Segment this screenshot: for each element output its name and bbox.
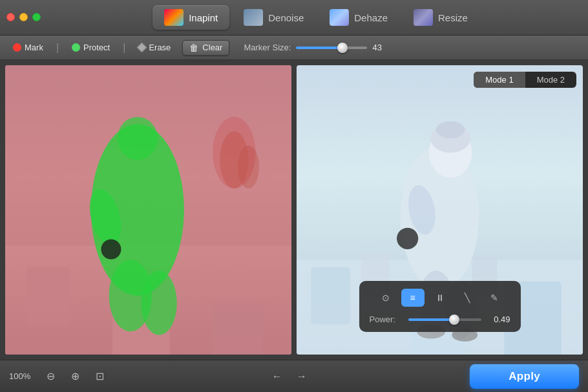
- mode2-label: Mode 2: [537, 75, 565, 85]
- erase-label: Erase: [149, 43, 171, 52]
- mark-label: Mark: [25, 43, 43, 52]
- svg-point-13: [141, 271, 176, 335]
- bottom-bar: 100% ⊖ ⊕ ⊡ ← → Apply: [0, 360, 588, 392]
- marker-size-label: Marker Size:: [244, 43, 291, 52]
- bottom-left: 100% ⊖ ⊕ ⊡: [9, 367, 109, 386]
- left-image-svg: [5, 65, 291, 355]
- traffic-lights: [6, 13, 41, 21]
- denoise-icon: [244, 9, 263, 26]
- back-button[interactable]: ←: [268, 367, 286, 386]
- tab-resize[interactable]: Resize: [402, 5, 479, 30]
- svg-point-25: [436, 121, 465, 139]
- tab-inapint-label: Inapint: [189, 12, 218, 23]
- tab-bar: Inapint Denoise Dehaze Resize: [50, 5, 582, 30]
- svg-rect-17: [311, 267, 350, 325]
- mode-buttons: Mode 1 Mode 2: [474, 72, 576, 88]
- svg-point-8: [213, 117, 255, 189]
- erase-diamond: [137, 43, 147, 53]
- tool-icons-row: ⊙ ≡ ⏸ ╲ ✎: [370, 289, 510, 307]
- svg-point-27: [397, 228, 418, 249]
- fit-button[interactable]: ⊡: [90, 367, 109, 386]
- minimize-button[interactable]: [19, 13, 28, 21]
- power-slider-thumb[interactable]: [449, 315, 459, 325]
- protect-label: Protect: [83, 43, 110, 52]
- marker-size-thumb[interactable]: [337, 43, 348, 53]
- tab-dehaze[interactable]: Dehaze: [318, 5, 399, 30]
- tab-denoise[interactable]: Denoise: [232, 5, 315, 30]
- close-button[interactable]: [6, 13, 15, 21]
- tab-dehaze-label: Dehaze: [354, 12, 388, 23]
- protect-tool[interactable]: Protect: [68, 41, 114, 54]
- marker-size-control: Marker Size: 43: [237, 43, 388, 52]
- erase-tool[interactable]: Erase: [134, 41, 174, 54]
- mode2-button[interactable]: Mode 2: [525, 72, 576, 88]
- power-row: Power: 0.49: [370, 315, 510, 324]
- mode1-button[interactable]: Mode 1: [474, 72, 525, 88]
- tab-resize-label: Resize: [438, 12, 468, 23]
- right-image-panel: Mode 1 Mode 2 ⊙ ≡ ⏸ ╲ ✎ Power: 0.49: [297, 65, 583, 355]
- tab-inapint[interactable]: Inapint: [152, 5, 229, 30]
- toolbar: Mark | Protect | Erase 🗑 Clear Marker Si…: [0, 36, 588, 60]
- svg-point-10: [118, 117, 158, 160]
- left-canvas[interactable]: [5, 65, 291, 355]
- power-value: 0.49: [488, 315, 510, 324]
- tools-overlay: ⊙ ≡ ⏸ ╲ ✎ Power: 0.49: [359, 281, 521, 332]
- forward-button[interactable]: →: [293, 367, 311, 386]
- pencil-tool-btn[interactable]: ✎: [483, 289, 506, 307]
- protect-dot: [72, 43, 80, 52]
- svg-point-14: [101, 239, 121, 259]
- sep1: |: [56, 42, 59, 54]
- mark-dot: [13, 43, 21, 52]
- marker-size-slider[interactable]: [296, 46, 367, 49]
- zoom-level: 100%: [9, 371, 35, 381]
- dehaze-icon: [330, 9, 349, 26]
- mark-tool[interactable]: Mark: [9, 41, 47, 54]
- main-area: Mode 1 Mode 2 ⊙ ≡ ⏸ ╲ ✎ Power: 0.49: [0, 60, 588, 360]
- sep2: |: [123, 42, 125, 54]
- trash-icon: 🗑: [189, 43, 198, 53]
- diagonal-tool-btn[interactable]: ╲: [456, 289, 479, 307]
- resize-icon: [414, 9, 433, 26]
- power-label: Power:: [370, 315, 402, 324]
- pause-tool-btn[interactable]: ⏸: [428, 289, 452, 307]
- marker-size-value: 43: [372, 43, 388, 52]
- target-tool-btn[interactable]: ⊙: [374, 289, 397, 307]
- bottom-center: ← →: [268, 367, 311, 386]
- title-bar: Inapint Denoise Dehaze Resize: [0, 0, 588, 36]
- tab-denoise-label: Denoise: [268, 12, 304, 23]
- clear-label: Clear: [202, 43, 222, 52]
- inapint-icon: [164, 9, 184, 26]
- lines-tool-btn[interactable]: ≡: [401, 289, 425, 307]
- mode1-label: Mode 1: [485, 75, 513, 85]
- clear-button[interactable]: 🗑 Clear: [182, 40, 229, 56]
- apply-button[interactable]: Apply: [470, 364, 579, 389]
- maximize-button[interactable]: [32, 13, 41, 21]
- left-image-panel: [5, 65, 291, 355]
- zoom-in-button[interactable]: ⊕: [66, 367, 84, 386]
- zoom-out-button[interactable]: ⊖: [41, 367, 59, 386]
- power-slider[interactable]: [408, 318, 481, 321]
